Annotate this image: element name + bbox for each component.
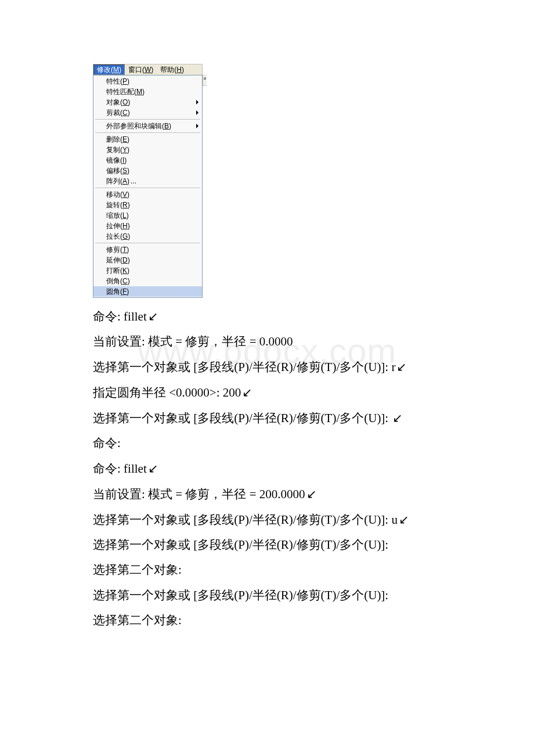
cmd-line-06: 命令: xyxy=(93,431,441,456)
menu-array[interactable]: 阵列(A)... xyxy=(93,176,202,186)
page-content: 修改(M) 窗口(W) 帮助(H) 特性(P) 特性匹配(M) 对象(O) xyxy=(93,64,441,633)
cmd-line-09: 选择第一个对象或 [多段线(P)/半径(R)/修剪(T)/多个(U)]: u xyxy=(93,513,398,527)
menu-object[interactable]: 对象(O) xyxy=(93,97,202,107)
menu-xref-block-text: 外部参照和块编辑 xyxy=(106,123,162,129)
menu-separator xyxy=(95,132,200,133)
submenu-arrow-icon xyxy=(196,124,199,128)
menu-stretch-text: 拉伸 xyxy=(106,222,120,229)
enter-icon: ↙ xyxy=(399,507,409,532)
cmd-line-03: 选择第一个对象或 [多段线(P)/半径(R)/修剪(T)/多个(U)]: r xyxy=(93,360,395,374)
menu-clip-text: 剪裁 xyxy=(106,109,120,116)
menu-scale-text: 缩放 xyxy=(106,212,120,219)
menu-lengthen-text: 拉长 xyxy=(106,233,120,240)
menubar-help-text: 帮助 xyxy=(160,66,174,74)
menu-extend-text: 延伸 xyxy=(106,257,120,264)
menu-mirror[interactable]: 镜像(I) xyxy=(93,155,202,165)
menu-rotate[interactable]: 旋转(R) xyxy=(93,200,202,210)
menu-extend-key: D xyxy=(122,257,128,264)
menu-rotate-text: 旋转 xyxy=(106,201,120,208)
enter-icon: ↙ xyxy=(396,354,407,379)
menu-offset-text: 偏移 xyxy=(106,167,120,174)
menu-separator xyxy=(95,243,200,243)
menu-move[interactable]: 移动(V) xyxy=(93,189,202,200)
menubar-window-text: 窗口 xyxy=(128,66,142,74)
menu-break[interactable]: 打断(K) xyxy=(93,265,202,276)
menu-trim-key: T xyxy=(122,246,127,253)
menu-stretch-key: H xyxy=(122,222,128,229)
menu-lengthen-key: G xyxy=(122,233,128,240)
cmd-line-12: 选择第一个对象或 [多段线(P)/半径(R)/修剪(T)/多个(U)]: xyxy=(93,583,441,608)
menu-chamfer[interactable]: 倒角(C) xyxy=(93,276,202,286)
menu-chamfer-text: 倒角 xyxy=(106,278,120,285)
menu-erase-key: E xyxy=(122,136,127,143)
menu-erase[interactable]: 删除(E) xyxy=(93,134,202,145)
dropdown-modify: 特性(P) 特性匹配(M) 对象(O) 剪裁(C) 外部参照和块编辑(B) xyxy=(93,75,203,298)
toolbar-fragment-char: a xyxy=(203,74,207,86)
menu-mirror-key: I xyxy=(122,157,124,164)
menu-rotate-key: R xyxy=(122,201,128,208)
menu-extend[interactable]: 延伸(D) xyxy=(93,255,202,265)
menu-copy-key: Y xyxy=(122,146,127,153)
menu-trim[interactable]: 修剪(T) xyxy=(93,244,202,255)
menubar-modify-text: 修改 xyxy=(97,66,111,74)
menu-chamfer-key: C xyxy=(122,278,128,285)
menu-match-properties-text: 特性匹配 xyxy=(106,88,134,95)
menu-xref-block-edit[interactable]: 外部参照和块编辑(B) xyxy=(93,121,202,131)
enter-icon: ↙ xyxy=(306,481,317,506)
submenu-arrow-icon xyxy=(196,110,199,115)
menu-match-properties[interactable]: 特性匹配(M) xyxy=(93,87,202,97)
menu-mirror-text: 镜像 xyxy=(106,157,120,164)
menubar: 修改(M) 窗口(W) 帮助(H) xyxy=(93,64,203,75)
cmd-line-01: 命令: fillet xyxy=(93,309,147,323)
menu-fillet-key: F xyxy=(122,288,127,295)
menubar-help[interactable]: 帮助(H) xyxy=(157,64,187,75)
menu-xref-block-key: B xyxy=(164,123,169,129)
menu-copy-text: 复制 xyxy=(106,146,120,153)
menu-object-key: O xyxy=(122,99,128,106)
menu-break-key: K xyxy=(122,267,127,274)
cmd-line-13: 选择第二个对象: xyxy=(93,608,441,633)
menu-screenshot-wrap: 修改(M) 窗口(W) 帮助(H) 特性(P) 特性匹配(M) 对象(O) xyxy=(93,64,441,304)
toolbar-fragment: a xyxy=(203,64,207,86)
menubar-modify-key: M xyxy=(113,66,119,74)
menu-fillet[interactable]: 圆角(F) xyxy=(93,286,202,297)
menu-clip-key: C xyxy=(122,109,128,116)
menu-stretch[interactable]: 拉伸(H) xyxy=(93,221,202,231)
submenu-arrow-icon xyxy=(196,100,199,105)
menu-separator xyxy=(95,188,200,188)
enter-icon: ↙ xyxy=(392,405,403,430)
menu-offset[interactable]: 偏移(S) xyxy=(93,165,202,176)
menu-scale-key: L xyxy=(122,212,127,219)
menu-array-key: A xyxy=(122,178,127,185)
menubar-modify[interactable]: 修改(M) xyxy=(93,64,125,75)
menu-scale[interactable]: 缩放(L) xyxy=(93,210,202,221)
menu-object-text: 对象 xyxy=(106,99,120,106)
menu-offset-key: S xyxy=(122,167,127,174)
cmd-line-04: 指定圆角半径 <0.0000>: 200 xyxy=(93,386,241,399)
cmd-line-08: 当前设置: 模式 = 修剪，半径 = 200.0000 xyxy=(93,487,305,501)
menu-properties-key: P xyxy=(122,78,127,85)
menubar-window[interactable]: 窗口(W) xyxy=(125,64,157,75)
menu-properties[interactable]: 特性(P) xyxy=(93,76,202,87)
command-line-text: 命令: fillet↙ 当前设置: 模式 = 修剪，半径 = 0.0000 选择… xyxy=(93,304,441,633)
menu-array-suffix: ... xyxy=(131,178,136,185)
menu-array-text: 阵列 xyxy=(106,178,120,185)
menu-lengthen[interactable]: 拉长(G) xyxy=(93,231,202,242)
cmd-line-05: 选择第一个对象或 [多段线(P)/半径(R)/修剪(T)/多个(U)]: xyxy=(93,411,391,425)
menu-screenshot: 修改(M) 窗口(W) 帮助(H) 特性(P) 特性匹配(M) 对象(O) xyxy=(93,64,203,298)
menubar-window-key: W xyxy=(145,66,151,74)
menu-clip[interactable]: 剪裁(C) xyxy=(93,107,202,118)
menu-copy[interactable]: 复制(Y) xyxy=(93,145,202,155)
enter-icon: ↙ xyxy=(242,380,252,405)
menu-separator xyxy=(95,119,200,120)
menu-fillet-text: 圆角 xyxy=(106,288,120,295)
enter-icon: ↙ xyxy=(148,304,158,329)
enter-icon: ↙ xyxy=(148,456,158,481)
cmd-line-02: 当前设置: 模式 = 修剪，半径 = 0.0000 xyxy=(93,329,441,354)
cmd-line-07: 命令: fillet xyxy=(93,462,147,476)
menu-move-text: 移动 xyxy=(106,191,120,198)
menu-trim-text: 修剪 xyxy=(106,246,120,253)
cmd-line-10: 选择第一个对象或 [多段线(P)/半径(R)/修剪(T)/多个(U)]: xyxy=(93,532,441,557)
menu-properties-text: 特性 xyxy=(106,78,120,85)
menu-match-properties-key: M xyxy=(136,88,142,95)
